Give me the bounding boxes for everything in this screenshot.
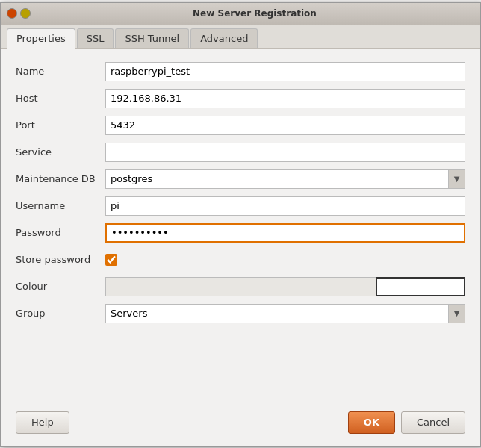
port-row: Port	[16, 115, 465, 136]
service-row: Service	[16, 142, 465, 163]
password-row: Password	[16, 223, 465, 243]
colour-picker[interactable]	[376, 277, 465, 296]
help-button[interactable]: Help	[16, 411, 69, 434]
minimize-button[interactable]	[20, 8, 31, 19]
store-password-label: Store password	[16, 254, 105, 265]
password-input[interactable]	[105, 223, 465, 243]
service-input[interactable]	[105, 143, 465, 162]
close-button[interactable]	[7, 8, 17, 19]
tab-properties[interactable]: Properties	[7, 28, 75, 49]
port-label: Port	[16, 119, 105, 131]
group-select[interactable]: Servers	[106, 305, 465, 323]
name-label: Name	[16, 66, 105, 77]
window-controls	[7, 8, 31, 19]
name-row: Name	[16, 61, 465, 82]
colour-label: Colour	[16, 281, 105, 292]
form-spacer	[16, 330, 465, 390]
host-control	[105, 89, 465, 108]
store-password-row: Store password	[16, 249, 465, 270]
group-control: Servers ▼	[105, 304, 465, 323]
port-control	[105, 116, 465, 135]
cancel-button[interactable]: Cancel	[401, 411, 465, 434]
name-input[interactable]	[105, 62, 465, 81]
maintenance-db-control: postgres ▼	[105, 169, 465, 189]
username-row: Username	[16, 196, 465, 217]
port-input[interactable]	[105, 116, 465, 135]
colour-left-area	[105, 277, 376, 296]
button-bar: Help OK Cancel	[1, 402, 480, 446]
service-control	[105, 143, 465, 162]
form-content: Name Host Port Service	[1, 49, 480, 402]
window-title: New Server Registration	[35, 8, 474, 19]
group-label: Group	[16, 308, 105, 319]
new-server-registration-window: New Server Registration Properties SSL S…	[0, 2, 481, 447]
group-select-wrapper: Servers ▼	[105, 304, 465, 323]
password-control	[105, 223, 465, 243]
host-label: Host	[16, 93, 105, 104]
tab-ssh-tunnel[interactable]: SSH Tunnel	[115, 28, 189, 48]
username-control	[105, 196, 465, 216]
store-password-control	[105, 254, 465, 266]
service-label: Service	[16, 146, 105, 158]
colour-control	[105, 277, 465, 296]
colour-row: Colour	[16, 276, 465, 297]
titlebar: New Server Registration	[1, 3, 480, 25]
maintenance-db-select-wrapper: postgres ▼	[105, 169, 465, 189]
tab-bar: Properties SSL SSH Tunnel Advanced	[1, 25, 480, 49]
right-buttons: OK Cancel	[348, 411, 465, 434]
tab-advanced[interactable]: Advanced	[190, 28, 258, 48]
tab-ssl[interactable]: SSL	[77, 28, 114, 48]
ok-button[interactable]: OK	[348, 411, 395, 434]
group-row: Group Servers ▼	[16, 303, 465, 324]
password-label: Password	[16, 227, 105, 238]
maintenance-db-select[interactable]: postgres	[106, 170, 465, 188]
host-input[interactable]	[105, 89, 465, 108]
maintenance-db-row: Maintenance DB postgres ▼	[16, 169, 465, 190]
host-row: Host	[16, 88, 465, 109]
username-label: Username	[16, 200, 105, 211]
username-input[interactable]	[105, 196, 465, 216]
maintenance-db-label: Maintenance DB	[16, 173, 105, 184]
store-password-checkbox[interactable]	[105, 254, 117, 266]
name-control	[105, 62, 465, 81]
